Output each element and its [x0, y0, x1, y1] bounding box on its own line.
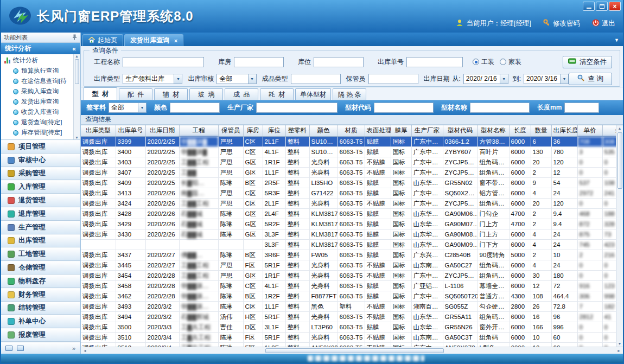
table-row[interactable]: 调拨出库34032020/2/25工▓▓工程严思G区1R1F整料光身料6063-…: [81, 157, 616, 167]
column-header[interactable]: 库位: [263, 125, 285, 136]
table-row[interactable]: 调拨出库34292020/2/26石▓▓城陈琳G区5R2F整料KLM381760…: [81, 219, 616, 229]
accordion-item[interactable]: 采购管理: [1, 167, 80, 181]
vertical-scrollbar[interactable]: ▲ ▼: [616, 125, 623, 347]
out-audit-select[interactable]: 全部 ▼: [217, 74, 256, 84]
scroll-down-icon[interactable]: ▼: [75, 136, 79, 139]
accordion-item[interactable]: 财务管理: [1, 288, 80, 302]
scroll-left-icon[interactable]: ◄: [82, 348, 88, 354]
dropdown-arrow-icon[interactable]: ▼: [138, 103, 146, 112]
more-panels-icon[interactable]: »: [72, 345, 75, 352]
tree-item[interactable]: 采购入库查询: [1, 86, 80, 97]
tree-item[interactable]: 发货出库查询: [1, 97, 80, 107]
column-header[interactable]: 工程: [179, 125, 218, 136]
column-header[interactable]: 膜厚: [391, 125, 411, 136]
table-row[interactable]: 调拨出库34942020/3/2石▓▓辉城汤伟H区5R1F整料光身料6063-T…: [81, 311, 616, 322]
pin-icon[interactable]: [72, 34, 77, 41]
table-row[interactable]: 调拨出库34582020/2/28华▓▓源…陈琳C区4L1F整料光身料6063-…: [81, 280, 616, 291]
keeper-input[interactable]: [368, 74, 418, 84]
tree-item[interactable]: 预算执行查询: [1, 66, 80, 76]
accordion-item[interactable]: 结转管理: [1, 302, 80, 315]
material-tab[interactable]: 辅 材: [154, 88, 188, 100]
out-type-select[interactable]: 生产领料出库 ▼: [123, 74, 182, 84]
column-header[interactable]: 金额: [602, 125, 616, 136]
scroll-up-icon[interactable]: ▲: [617, 125, 623, 131]
panel-list-icon[interactable]: [17, 346, 24, 351]
accordion-item[interactable]: 仓储管理: [1, 261, 80, 274]
material-tab[interactable]: 耗 材: [260, 88, 294, 100]
accordion-item[interactable]: 项目管理: [1, 140, 80, 154]
length-input[interactable]: [564, 103, 599, 113]
profile-name-input[interactable]: [470, 103, 530, 113]
column-header[interactable]: 库房: [243, 125, 263, 136]
order-no-input[interactable]: [406, 57, 463, 67]
radio-jiazhuang[interactable]: 家装: [500, 58, 521, 67]
dropdown-arrow-icon[interactable]: ▼: [500, 74, 508, 84]
accordion-item[interactable]: 退货管理: [1, 194, 80, 207]
table-row[interactable]: 调拨出库34132020/2/26南▓园…严思C区5R3F整料G71422606…: [81, 188, 616, 198]
column-header[interactable]: 单价: [577, 125, 602, 136]
table-row[interactable]: 调拨出库34282020/2/26石▓▓城陈琳G区2L4F整料KLM381760…: [81, 208, 616, 219]
maximize-button[interactable]: [596, 2, 608, 11]
accordion-item[interactable]: 生产管理: [1, 221, 80, 234]
hscroll-thumb[interactable]: [265, 348, 444, 353]
column-header[interactable]: 出库长度: [551, 125, 577, 136]
product-type-input[interactable]: [291, 74, 341, 84]
change-password-link[interactable]: 修改密码: [543, 19, 580, 28]
table-row[interactable]: 调拨出库34932020/3/2华▓▓源…陈琳C区1L1F整料黑色塑料不贴膜国标…: [81, 301, 616, 311]
table-row[interactable]: 调拨出库34542020/2/28工▓▓工程严思G区1R1F整料光身料6063-…: [81, 270, 616, 280]
accordion-item[interactable]: 退库管理: [1, 207, 80, 221]
color-input[interactable]: [170, 103, 220, 113]
table-row[interactable]: 调拨出库34092020/2/25长▓阳…陈琳B区2R5F整料LI35HO606…: [81, 177, 616, 188]
search-button[interactable]: 查 询: [569, 73, 612, 85]
tab-list-caret-icon[interactable]: ▼: [614, 37, 619, 43]
tree-item[interactable]: 在途信息查询[待: [1, 76, 80, 86]
tree-scrollbar[interactable]: ▲ ▼: [73, 54, 80, 139]
date-from-picker[interactable]: 2020/ 2/16 ▼: [463, 74, 508, 84]
scroll-up-icon[interactable]: ▲: [75, 54, 79, 58]
vscroll-thumb[interactable]: [617, 132, 622, 189]
column-header[interactable]: 出库日期: [145, 125, 179, 136]
material-tab[interactable]: 玻 璃: [189, 88, 223, 100]
radio-gongzhuang[interactable]: 工装: [473, 58, 494, 67]
clear-conditions-button[interactable]: 清空条件: [563, 56, 612, 68]
column-header[interactable]: 长度: [509, 125, 531, 136]
accordion-item[interactable]: 审核中心: [1, 154, 80, 167]
dropdown-arrow-icon[interactable]: ▼: [248, 74, 256, 84]
column-header[interactable]: 出库单号: [116, 125, 145, 136]
accordion-item[interactable]: 入库管理: [1, 180, 80, 194]
accordion-item[interactable]: 物料盘存: [1, 274, 80, 288]
close-button[interactable]: ×: [609, 2, 621, 11]
panel-view-icon[interactable]: [5, 346, 12, 351]
column-header[interactable]: 型材名称: [477, 125, 509, 136]
warehouse-input[interactable]: [234, 57, 284, 67]
table-row[interactable]: 调拨出库34242020/2/26工▓▓工程严思C区2L1F整料光身料6063-…: [81, 198, 616, 208]
table-row[interactable]: 调拨出库35102020/3/4工▓共工程陈琳F区5R1F整料光身料6063-T…: [81, 332, 616, 342]
tab-close-icon[interactable]: ×: [174, 37, 177, 44]
column-header[interactable]: 材质: [338, 125, 365, 136]
column-header[interactable]: 整零料: [285, 125, 309, 136]
table-row[interactable]: 调拨出库34452020/2/27工▓▓工程严思F区5R1F整料光身料6063-…: [81, 260, 616, 270]
column-header[interactable]: 生产厂家: [411, 125, 443, 136]
accordion-item[interactable]: 报废管理: [1, 328, 80, 342]
tree-item[interactable]: 退货查询[待定]: [1, 117, 80, 127]
material-tab[interactable]: 型 材: [84, 87, 117, 100]
sidebar-section-header[interactable]: 统计分析 «: [1, 43, 80, 54]
tree-item[interactable]: 库存管理[待定]: [1, 127, 80, 138]
tree-root-statistics[interactable]: 统计分析: [1, 55, 80, 66]
material-tab[interactable]: 隔 热 条: [333, 88, 366, 100]
tree-scroll-thumb[interactable]: [75, 59, 79, 84]
material-tab[interactable]: 单体型材: [295, 88, 331, 100]
column-header[interactable]: 表面处理: [365, 125, 391, 136]
table-row[interactable]: 调拨出库34372020/2/27佛▓▓…陈琳B区3R6F整料FW056063-…: [81, 250, 616, 260]
collapse-icon[interactable]: «: [72, 45, 76, 53]
project-name-input[interactable]: [123, 57, 204, 67]
column-header[interactable]: 出库类型: [81, 125, 116, 136]
accordion-item[interactable]: 补单中心: [1, 315, 80, 328]
table-row[interactable]: 调拨出库34002020/2/25华▓▓源▓严思C区4L1F整料SU10…606…: [81, 146, 616, 157]
scroll-down-icon[interactable]: ▼: [617, 341, 623, 347]
logout-link[interactable]: 退出: [592, 19, 615, 28]
accordion-item[interactable]: 工地管理: [1, 247, 80, 261]
material-tab[interactable]: 成 品: [225, 88, 258, 100]
manufacturer-input[interactable]: [256, 103, 338, 113]
table-row[interactable]: 调拨出库33992020/2/25华▓▓源▓严思C区2L1F整料SU10…606…: [81, 136, 616, 146]
